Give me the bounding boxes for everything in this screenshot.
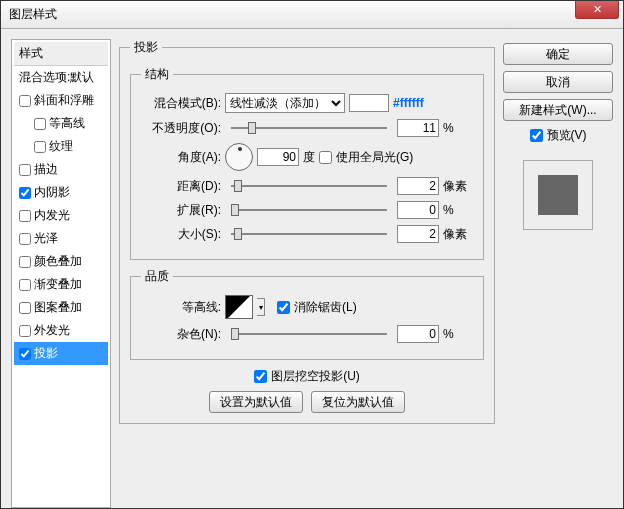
size-slider[interactable] — [231, 233, 387, 235]
noise-input[interactable] — [397, 325, 439, 343]
style-checkbox[interactable] — [19, 95, 31, 107]
style-checkbox[interactable] — [19, 233, 31, 245]
angle-dial[interactable] — [225, 143, 253, 171]
style-checkbox[interactable] — [19, 348, 31, 360]
spread-input[interactable] — [397, 201, 439, 219]
make-default-button[interactable]: 设置为默认值 — [209, 391, 303, 413]
style-checkbox[interactable] — [34, 118, 46, 130]
style-label: 渐变叠加 — [34, 276, 82, 293]
style-label: 纹理 — [49, 138, 73, 155]
style-item-1[interactable]: 等高线 — [14, 112, 108, 135]
contour-label: 等高线: — [141, 299, 221, 316]
style-item-10[interactable]: 外发光 — [14, 319, 108, 342]
spread-slider[interactable] — [231, 209, 387, 211]
noise-label: 杂色(N): — [141, 326, 221, 343]
style-checkbox[interactable] — [19, 210, 31, 222]
style-checkbox[interactable] — [34, 141, 46, 153]
color-swatch[interactable] — [349, 94, 389, 112]
global-light-checkbox[interactable] — [319, 151, 332, 164]
knockout-label: 图层挖空投影(U) — [271, 368, 360, 385]
style-item-7[interactable]: 颜色叠加 — [14, 250, 108, 273]
drop-shadow-group: 投影 结构 混合模式(B): 线性减淡（添加） #ffffff 不透明度(O):… — [119, 39, 495, 424]
distance-label: 距离(D): — [141, 178, 221, 195]
size-input[interactable] — [397, 225, 439, 243]
preview-box — [523, 160, 593, 230]
style-checkbox[interactable] — [19, 325, 31, 337]
blend-mode-label: 混合模式(B): — [141, 95, 221, 112]
styles-header: 样式 — [14, 42, 108, 66]
window-title: 图层样式 — [9, 6, 57, 23]
style-checkbox[interactable] — [19, 302, 31, 314]
ok-button[interactable]: 确定 — [503, 43, 613, 65]
opacity-slider[interactable] — [231, 127, 387, 129]
blend-defaults-item[interactable]: 混合选项:默认 — [14, 66, 108, 89]
antialias-checkbox[interactable] — [277, 301, 290, 314]
style-checkbox[interactable] — [19, 187, 31, 199]
reset-default-button[interactable]: 复位为默认值 — [311, 391, 405, 413]
style-label: 投影 — [34, 345, 58, 362]
style-label: 外发光 — [34, 322, 70, 339]
style-item-3[interactable]: 描边 — [14, 158, 108, 181]
global-light-label: 使用全局光(G) — [336, 149, 413, 166]
quality-group: 品质 等高线: ▾ 消除锯齿(L) 杂色(N): % — [130, 268, 484, 360]
cancel-button[interactable]: 取消 — [503, 71, 613, 93]
style-checkbox[interactable] — [19, 256, 31, 268]
titlebar: 图层样式 ✕ — [1, 1, 623, 29]
style-label: 图案叠加 — [34, 299, 82, 316]
style-label: 光泽 — [34, 230, 58, 247]
angle-input[interactable] — [257, 148, 299, 166]
style-item-5[interactable]: 内发光 — [14, 204, 108, 227]
style-item-0[interactable]: 斜面和浮雕 — [14, 89, 108, 112]
style-checkbox[interactable] — [19, 164, 31, 176]
antialias-label: 消除锯齿(L) — [294, 299, 357, 316]
style-item-8[interactable]: 渐变叠加 — [14, 273, 108, 296]
style-label: 等高线 — [49, 115, 85, 132]
noise-slider[interactable] — [231, 333, 387, 335]
style-item-2[interactable]: 纹理 — [14, 135, 108, 158]
style-label: 描边 — [34, 161, 58, 178]
style-item-4[interactable]: 内阴影 — [14, 181, 108, 204]
knockout-checkbox[interactable] — [254, 370, 267, 383]
contour-dropdown[interactable]: ▾ — [257, 298, 265, 316]
style-checkbox[interactable] — [19, 279, 31, 291]
close-button[interactable]: ✕ — [575, 1, 619, 19]
distance-slider[interactable] — [231, 185, 387, 187]
preview-checkbox[interactable] — [530, 129, 543, 142]
contour-picker[interactable] — [225, 295, 253, 319]
style-item-6[interactable]: 光泽 — [14, 227, 108, 250]
angle-label: 角度(A): — [141, 149, 221, 166]
styles-panel: 样式 混合选项:默认 斜面和浮雕等高线纹理描边内阴影内发光光泽颜色叠加渐变叠加图… — [11, 39, 111, 508]
style-label: 颜色叠加 — [34, 253, 82, 270]
preview-label: 预览(V) — [547, 127, 587, 144]
opacity-input[interactable] — [397, 119, 439, 137]
style-item-9[interactable]: 图案叠加 — [14, 296, 108, 319]
opacity-label: 不透明度(O): — [141, 120, 221, 137]
distance-input[interactable] — [397, 177, 439, 195]
spread-label: 扩展(R): — [141, 202, 221, 219]
blend-mode-select[interactable]: 线性减淡（添加） — [225, 93, 345, 113]
style-label: 内发光 — [34, 207, 70, 224]
size-label: 大小(S): — [141, 226, 221, 243]
style-label: 斜面和浮雕 — [34, 92, 94, 109]
hex-value: #ffffff — [393, 96, 424, 110]
structure-group: 结构 混合模式(B): 线性减淡（添加） #ffffff 不透明度(O): % — [130, 66, 484, 260]
style-label: 内阴影 — [34, 184, 70, 201]
new-style-button[interactable]: 新建样式(W)... — [503, 99, 613, 121]
style-item-11[interactable]: 投影 — [14, 342, 108, 365]
group-title: 投影 — [130, 39, 162, 56]
